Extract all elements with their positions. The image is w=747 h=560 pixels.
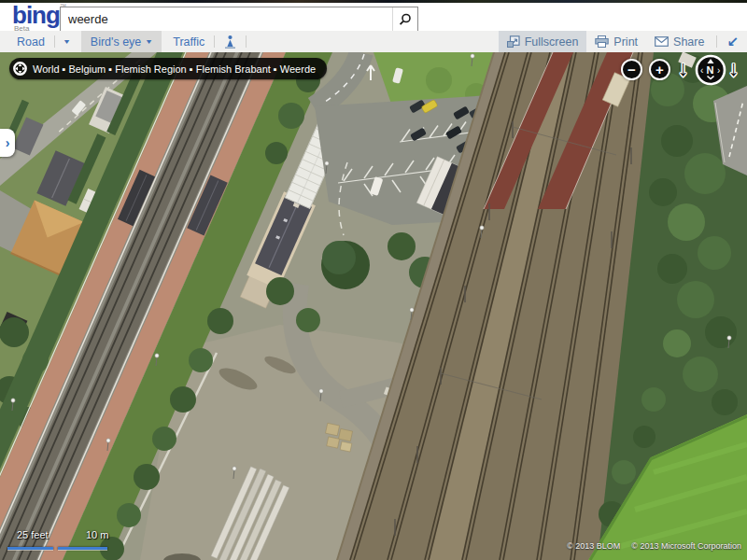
minus-icon: −: [627, 63, 636, 77]
magnifier-icon: [399, 13, 412, 26]
print-label: Print: [613, 35, 638, 49]
search-box: [60, 7, 418, 32]
fullscreen-label: Fullscreen: [525, 35, 579, 49]
sidebar-expand-tab[interactable]: ›: [0, 129, 15, 157]
road-dropdown-caret[interactable]: ▼: [63, 38, 71, 45]
compass-left-chevron: ‹: [700, 65, 703, 76]
search-input[interactable]: [61, 7, 392, 31]
header-bar: bing™ Beta: [0, 3, 747, 31]
divider: [54, 35, 55, 48]
streetside-person-icon: [224, 35, 236, 49]
copyright-notice: © 2013 BLOM © 2013 Microsoft Corporation: [567, 541, 741, 551]
chevron-right-icon: ›: [6, 135, 10, 150]
birds-eye-label: Bird's eye: [91, 35, 142, 49]
plus-icon: +: [655, 63, 664, 77]
compass-control[interactable]: ‹ › N: [694, 53, 727, 91]
birds-eye-view-button[interactable]: Bird's eye ▼: [81, 31, 162, 52]
microsoft-copyright: © 2013 Microsoft Corporation: [631, 541, 741, 551]
printer-icon: [595, 35, 609, 48]
breadcrumb-text: World ▪ Belgium ▪ Flemish Region ▪ Flemi…: [33, 63, 316, 75]
fullscreen-button[interactable]: Fullscreen: [499, 31, 587, 52]
traffic-button[interactable]: Traffic: [167, 31, 210, 52]
share-button[interactable]: Share: [646, 31, 712, 52]
search-button[interactable]: [392, 7, 417, 31]
zoom-out-button[interactable]: −: [621, 59, 642, 80]
road-view-label: Road: [17, 35, 45, 49]
rotate-left-button[interactable]: ↓: [678, 58, 689, 79]
down-arrow-icon: ↓: [728, 56, 740, 80]
divider: [214, 35, 215, 48]
scale-metric-label: 10 m: [86, 529, 108, 540]
map-action-controls: Fullscreen Print Share ↙: [499, 31, 747, 52]
map-toolbar: Road ▼ Bird's eye ▼ Traffic: [0, 31, 747, 52]
road-view-button[interactable]: Road: [11, 31, 50, 52]
scale-bar-metric: [58, 547, 107, 550]
birds-eye-imagery: [0, 52, 747, 560]
print-button[interactable]: Print: [586, 31, 646, 52]
breadcrumb[interactable]: World ▪ Belgium ▪ Flemish Region ▪ Flemi…: [9, 58, 327, 79]
divider: [246, 35, 247, 48]
share-label: Share: [673, 35, 704, 49]
map-style-controls: Road ▼ Bird's eye ▼ Traffic: [0, 31, 250, 52]
down-arrow-icon: ↓: [678, 56, 689, 80]
divider: [716, 35, 717, 48]
collapse-map-arrow-icon[interactable]: ↙: [726, 34, 739, 50]
globe-icon: [12, 61, 28, 77]
envelope-icon: [655, 36, 669, 47]
streetside-button[interactable]: [218, 31, 242, 52]
compass-right-chevron: ›: [717, 65, 720, 76]
aerial-map-canvas[interactable]: World ▪ Belgium ▪ Flemish Region ▪ Flemi…: [0, 52, 747, 560]
scale-bar-feet: [7, 547, 53, 550]
fullscreen-icon: [507, 35, 520, 48]
compass-north-label: N: [707, 64, 714, 76]
scale-feet-label: 25 feet: [17, 529, 49, 540]
rotate-right-button[interactable]: ↓: [728, 58, 740, 79]
bing-maps-window: bing™ Beta Road ▼ Bird's eye ▼: [0, 0, 747, 560]
birds-eye-dropdown-caret: ▼: [145, 38, 153, 45]
imagery-copyright: © 2013 BLOM: [567, 541, 620, 551]
zoom-in-button[interactable]: +: [649, 59, 670, 80]
traffic-label: Traffic: [173, 35, 204, 49]
bing-logo[interactable]: bing™ Beta: [12, 3, 66, 33]
